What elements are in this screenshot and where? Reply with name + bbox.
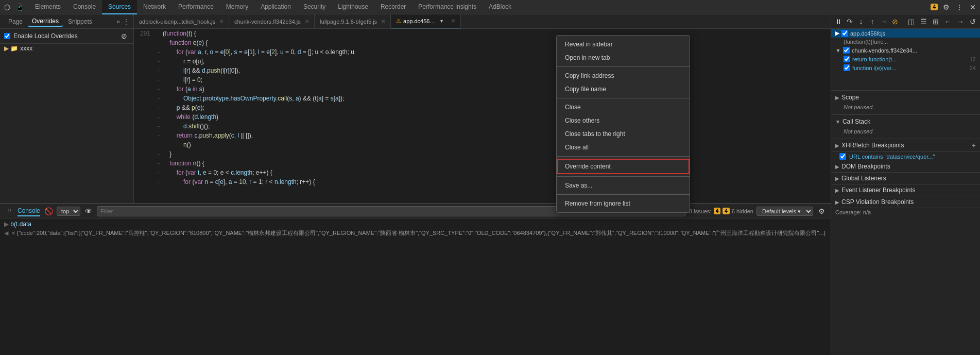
menu-item-close-right[interactable]: Close tabs to the right: [557, 127, 690, 141]
xhr-breakpoints-header[interactable]: ▶ XHR/fetch Breakpoints +: [831, 139, 980, 152]
menu-item-close-all[interactable]: Close all: [557, 141, 690, 154]
tab-application[interactable]: Application: [254, 0, 297, 14]
enable-local-checkbox[interactable]: [4, 33, 10, 39]
tab-performance[interactable]: Performance: [172, 0, 220, 14]
more-icon[interactable]: ⋮: [954, 2, 965, 12]
sidebar-options-icon[interactable]: ⋮: [123, 18, 129, 25]
csp-header[interactable]: ▶ CSP Violation Breakpoints: [831, 196, 980, 208]
line-content: function n() {: [163, 159, 831, 168]
sidebar-tab-overrides[interactable]: Overrides: [28, 16, 63, 27]
file-checkbox[interactable]: [841, 30, 848, 37]
clear-console-icon[interactable]: 🚫: [43, 206, 54, 216]
file-tab-close-0[interactable]: ✕: [219, 19, 223, 24]
back-icon[interactable]: ←: [943, 16, 953, 27]
console-expand-icon[interactable]: ◀: [4, 230, 10, 236]
deactivate-icon[interactable]: ⊘: [890, 16, 900, 27]
collapse-right-icon[interactable]: ◫: [906, 16, 916, 27]
console-settings-icon[interactable]: ⚙: [816, 206, 827, 216]
menu-item-remove-ignore[interactable]: Remove from ignore list: [557, 197, 690, 210]
step-out-icon[interactable]: ↑: [867, 16, 878, 27]
file-tab-close-1[interactable]: ✕: [305, 19, 309, 24]
notification-badge: 4: [931, 4, 938, 10]
file-tab-close-2[interactable]: ✕: [381, 19, 385, 24]
device-icon[interactable]: 📱: [14, 2, 25, 12]
file-tab-app[interactable]: ⚠ app.dc456... ▾ ✕: [391, 14, 461, 29]
menu-item-save-as[interactable]: Save as...: [557, 179, 690, 192]
line-dash: -: [154, 66, 163, 75]
dom-breakpoints-header[interactable]: ▶ DOM Breakpoints: [831, 161, 980, 173]
drawer-icon[interactable]: ☰: [918, 16, 929, 27]
file-tab-label: fullpage.9.1.8-bfget5.js: [320, 19, 377, 25]
file-checkbox[interactable]: [844, 56, 850, 62]
hidden-count: 6 hidden: [732, 208, 753, 214]
xhr-add-icon[interactable]: +: [972, 141, 976, 149]
menu-item-override-content[interactable]: Override content: [557, 159, 690, 174]
console-content[interactable]: ▶ b(t.data ◀ < {"code":200,"data":{"list…: [0, 218, 831, 355]
tab-console[interactable]: Console: [67, 0, 102, 14]
tab-security[interactable]: Security: [297, 0, 332, 14]
step-icon[interactable]: →: [879, 16, 889, 27]
sidebar-tab-snippets[interactable]: Snippets: [64, 17, 96, 26]
right-file-app[interactable]: ▶ app.dc456fcjs: [831, 29, 980, 38]
tab-sources[interactable]: Sources: [102, 0, 137, 14]
clear-overrides-icon[interactable]: ⊘: [119, 31, 129, 41]
step-into-icon[interactable]: ↓: [856, 16, 866, 27]
menu-item-copy-filename[interactable]: Copy file name: [557, 82, 690, 96]
inspect-icon[interactable]: ⬡: [2, 2, 12, 12]
settings-icon[interactable]: ⚙: [941, 2, 951, 12]
line-number: [134, 140, 154, 149]
console-drag-icon[interactable]: ⠿: [4, 206, 14, 216]
expand-icon[interactable]: ⊞: [931, 16, 941, 27]
file-tab-fullpage[interactable]: fullpage.9.1.8-bfget5.js ✕: [315, 14, 391, 29]
right-file-function-i[interactable]: function i(e){var... 24: [831, 63, 980, 72]
step-over-icon[interactable]: ↷: [845, 16, 855, 27]
sidebar-tab-page[interactable]: Page: [4, 17, 27, 26]
tab-elements[interactable]: Elements: [29, 0, 67, 14]
file-checkbox[interactable]: [844, 64, 850, 71]
refresh-icon[interactable]: ↺: [968, 16, 978, 27]
scope-header[interactable]: ▶ Scope: [835, 93, 976, 102]
top-selector[interactable]: top: [57, 207, 80, 216]
menu-item-close-others[interactable]: Close others: [557, 114, 690, 127]
console-tab[interactable]: Console: [18, 206, 40, 216]
enable-local-label: Enable Local Overrides: [13, 32, 78, 40]
call-stack-header[interactable]: ▼ Call Stack: [835, 117, 976, 126]
file-tab-adblock[interactable]: adblock-uiscrip...tclick_hook.js ✕: [134, 14, 229, 29]
tab-memory[interactable]: Memory: [220, 0, 254, 14]
eye-icon[interactable]: 👁: [83, 206, 94, 216]
pause-icon[interactable]: ⏸: [833, 16, 844, 27]
sidebar-folder-item[interactable]: ▶ 📁 xxxx: [0, 44, 133, 53]
console-level-select[interactable]: Default levels ▾: [757, 207, 813, 216]
line-content: for (a in s): [163, 84, 831, 94]
file-tab-close-3[interactable]: ✕: [451, 18, 455, 24]
menu-item-copy-link[interactable]: Copy link address: [557, 69, 690, 82]
xhr-bp-checkbox[interactable]: [839, 153, 846, 160]
right-file-label: (function(t){func...: [844, 39, 888, 45]
tab-lighthouse[interactable]: Lighthouse: [332, 0, 374, 14]
event-listener-header[interactable]: ▶ Event Listener Breakpoints: [831, 184, 980, 196]
menu-item-reveal[interactable]: Reveal in sidebar: [557, 38, 690, 51]
tab-performance-insights[interactable]: Performance insights: [412, 0, 483, 14]
dom-chevron-icon: ▶: [835, 164, 839, 170]
sidebar-more-icon[interactable]: »: [116, 18, 120, 25]
right-file-chunk[interactable]: ▼ chunk-vendors.ff342e34...: [831, 46, 980, 55]
tab-recorder[interactable]: Recorder: [374, 0, 412, 14]
call-stack-section: ▼ Call Stack Not paused: [831, 115, 980, 139]
menu-item-close[interactable]: Close: [557, 100, 690, 114]
forward-icon[interactable]: →: [955, 16, 966, 27]
scope-title: Scope: [841, 94, 859, 101]
tab-more-icon[interactable]: ▾: [437, 16, 447, 26]
close-devtools-icon[interactable]: ✕: [968, 2, 978, 12]
scope-not-paused: Not paused: [835, 102, 976, 112]
file-checkbox[interactable]: [843, 47, 850, 54]
global-listeners-header[interactable]: ▶ Global Listeners: [831, 173, 980, 184]
tab-network[interactable]: Network: [137, 0, 172, 14]
code-line: 291 (function(t) {: [134, 29, 831, 38]
menu-item-open-new-tab[interactable]: Open in new tab: [557, 51, 690, 64]
tab-adblock[interactable]: AdBlock: [483, 0, 518, 14]
right-file-return[interactable]: return function(t... 12: [831, 55, 980, 63]
code-line: - function e(e) {: [134, 38, 831, 47]
file-tab-chunk-vendors[interactable]: chunk-vendors.ff342e34.js ✕: [229, 14, 315, 29]
menu-separator: [557, 194, 690, 195]
right-file-func[interactable]: (function(t){func...: [831, 38, 980, 46]
